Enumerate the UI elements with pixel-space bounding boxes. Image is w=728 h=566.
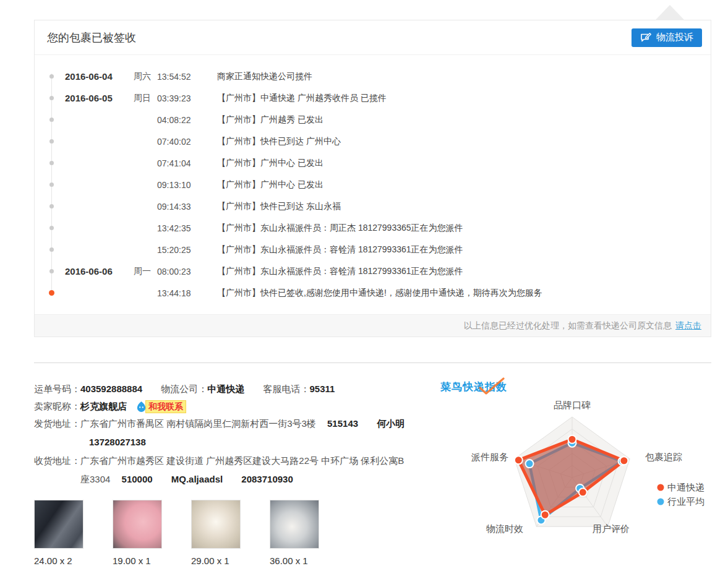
product-price-qty: 24.00 x 2: [34, 555, 84, 566]
radar-axis-label: 包裹追踪: [645, 452, 682, 462]
event-desc: 【广州市】东山永福派件员：容铨清 18127993361正在为您派件: [217, 266, 711, 277]
timeline-dot: [49, 161, 54, 165]
hotline-number: 95311: [309, 384, 335, 394]
ship-from-zip: 515143: [327, 418, 358, 429]
optimized-info-note: 以上信息已经过优化处理，如需查看快递公司原文信息: [464, 320, 672, 332]
order-products: 24.00 x 219.00 x 129.00 x 136.00 x 1: [34, 500, 348, 566]
event-time: 09:13:10: [157, 180, 217, 190]
wangwang-icon: [135, 401, 147, 413]
timeline-event: 2016-06-05周日03:39:23【广州市】中通快递 广州越秀收件员 已揽…: [35, 87, 711, 109]
timeline-dot: [49, 182, 54, 187]
timeline-dot-active: [49, 290, 54, 296]
courier-data-point: [541, 511, 549, 519]
timeline-event: 04:08:22【广州市】广州越秀 已发出: [35, 109, 711, 131]
product-thumbnail[interactable]: [113, 500, 162, 549]
radar-axis-label: 用户评价: [593, 523, 630, 534]
ship-from-label: 发货地址：: [34, 414, 80, 452]
timeline-dot: [49, 247, 54, 252]
timeline-dot: [49, 74, 54, 79]
section-divider: [34, 362, 711, 363]
timeline-event: 2016-06-04周六13:54:52商家正通知快递公司揽件: [35, 66, 711, 87]
timeline-dot: [49, 204, 54, 208]
company-label: 物流公司：: [161, 384, 207, 394]
logistics-complaint-button[interactable]: 物流投诉: [632, 28, 702, 47]
radar-axis-label: 品牌口碑: [554, 400, 591, 410]
legend-label: 中通快递: [667, 482, 704, 492]
radar-chart-svg: 品牌口碑包裹追踪用户评价物流时效派件服务中通快递行业平均: [433, 376, 727, 562]
product-item: 36.00 x 1: [270, 500, 319, 566]
event-time: 13:54:52: [157, 72, 217, 82]
event-desc: 【广州市】快件已签收,感谢您使用中通快递!，感谢使用中通快递，期待再次为您服务: [217, 288, 711, 299]
courier-data-point: [579, 488, 587, 496]
ship-to-label: 收货地址：: [34, 452, 80, 489]
tracking-timeline: 2016-06-04周六13:54:52商家正通知快递公司揽件2016-06-0…: [35, 55, 711, 304]
event-date: 2016-06-06: [65, 266, 134, 277]
seller-label: 卖家昵称：: [34, 401, 80, 413]
event-date: 2016-06-05: [65, 93, 134, 103]
timeline-dot: [49, 139, 54, 144]
timeline-event: 15:20:25【广州市】东山永福派件员：容铨清 18127993361正在为您…: [35, 239, 711, 260]
event-day: 周日: [134, 93, 157, 104]
ship-from-phone: 13728027138: [89, 437, 146, 447]
courier-index-chart: 菜鸟快递指数 品牌口碑包裹追踪用户评价物流时效派件服务中通快递行业平均: [433, 376, 727, 562]
timeline-event: 13:44:18【广州市】快件已签收,感谢您使用中通快递!，感谢使用中通快递，期…: [35, 282, 711, 304]
view-original-link[interactable]: 请点击: [675, 320, 701, 332]
logistics-detail-page: 您的包裹已被签收 物流投诉 2016-06-04周六13:54:52商家正通知快…: [0, 0, 728, 566]
product-thumbnail[interactable]: [270, 500, 319, 549]
ship-from-row: 发货地址： 广东省广州市番禺区 南村镇隔岗里仁洞新村西一街3号3楼 515143…: [34, 414, 405, 452]
timeline-dot: [49, 96, 54, 100]
product-thumbnail[interactable]: [191, 500, 241, 549]
product-thumbnail[interactable]: [34, 500, 84, 549]
timeline-event: 07:40:02【广州市】快件已到达 广州中心: [35, 131, 711, 152]
product-item: 24.00 x 2: [34, 500, 84, 566]
event-date: 2016-06-04: [65, 71, 134, 82]
timeline-footer-note: 以上信息已经过优化处理，如需查看快递公司原文信息 请点击: [35, 314, 711, 337]
contact-me-label: 和我联系: [145, 400, 186, 413]
event-time: 04:08:22: [157, 115, 217, 125]
event-time: 09:14:33: [157, 202, 217, 212]
legend-label: 行业平均: [667, 496, 704, 507]
event-desc: 【广州市】东山永福派件员：周正杰 18127993365正在为您派件: [217, 223, 711, 234]
ship-from-name: 何小明: [377, 418, 405, 429]
event-desc: 【广州市】中通快递 广州越秀收件员 已揽件: [217, 93, 711, 104]
event-desc: 商家正通知快递公司揽件: [217, 71, 711, 82]
tab-pointer-notch: [655, 5, 685, 20]
shipment-details: 运单号码：403592888884 物流公司：中通快递 客服电话：95311 卖…: [34, 380, 405, 489]
ship-to-text: 广东省广州市越秀区 建设街道 广州越秀区建设大马路22号 中环广场 保利公寓B座…: [80, 452, 405, 489]
timeline-event: 2016-06-06周一08:00:23【广州市】东山永福派件员：容铨清 181…: [35, 260, 711, 282]
product-price-qty: 36.00 x 1: [270, 555, 319, 566]
company-name: 中通快递: [207, 384, 244, 394]
legend-dot: [657, 484, 664, 491]
tracking-card: 您的包裹已被签收 物流投诉 2016-06-04周六13:54:52商家正通知快…: [34, 20, 711, 337]
industry-data-point: [526, 460, 534, 468]
timeline-dot: [49, 118, 54, 122]
contact-seller-badge[interactable]: 和我联系: [135, 400, 186, 413]
event-desc: 【广州市】东山永福派件员：容铨清 18127993361正在为您派件: [217, 244, 711, 255]
complaint-button-label: 物流投诉: [656, 32, 693, 43]
waybill-number: 403592888884: [80, 384, 142, 394]
event-time: 03:39:23: [157, 93, 217, 103]
event-time: 08:00:23: [157, 267, 217, 277]
event-desc: 【广州市】快件已到达 东山永福: [217, 201, 711, 212]
event-time: 07:40:02: [157, 137, 217, 147]
event-desc: 【广州市】快件已到达 广州中心: [217, 136, 711, 147]
ship-from-address: 广东省广州市番禺区 南村镇隔岗里仁洞新村西一街3号3楼: [80, 418, 316, 429]
event-desc: 【广州市】广州中心 已发出: [217, 179, 711, 191]
event-day: 周一: [134, 266, 157, 277]
event-desc: 【广州市】广州越秀 已发出: [217, 114, 711, 126]
product-item: 19.00 x 1: [113, 500, 162, 566]
ship-to-zip: 510000: [122, 474, 153, 484]
ship-to-phone: 2083710930: [241, 474, 293, 484]
radar-axis-label: 派件服务: [471, 452, 508, 462]
waybill-row: 运单号码：403592888884 物流公司：中通快递 客服电话：95311: [34, 380, 405, 398]
event-desc: 【广州市】广州中心 已发出: [217, 158, 711, 169]
ship-to-row: 收货地址： 广东省广州市越秀区 建设街道 广州越秀区建设大马路22号 中环广场 …: [34, 452, 405, 489]
courier-data-point: [515, 456, 523, 464]
ship-from-text: 广东省广州市番禺区 南村镇隔岗里仁洞新村西一街3号3楼 515143 何小明 1…: [80, 414, 405, 452]
timeline-event: 09:13:10【广州市】广州中心 已发出: [35, 174, 711, 195]
courier-data-point: [620, 457, 628, 465]
product-price-qty: 29.00 x 1: [191, 555, 241, 566]
ship-to-account: MQ.aljaadsl: [171, 474, 223, 484]
event-time: 13:42:35: [157, 223, 217, 233]
event-time: 13:44:18: [157, 288, 217, 298]
